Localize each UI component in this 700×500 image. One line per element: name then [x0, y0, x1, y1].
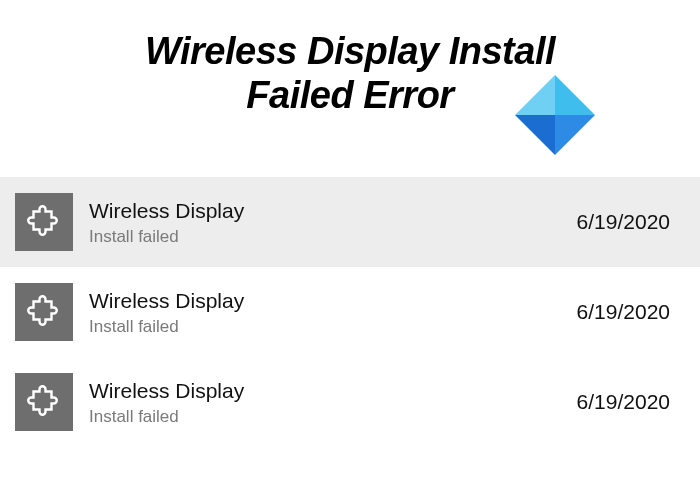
list-item[interactable]: Wireless Display Install failed 6/19/202… [0, 177, 700, 267]
windows-club-logo-icon [515, 75, 595, 155]
list-item[interactable]: Wireless Display Install failed 6/19/202… [0, 357, 700, 447]
extension-icon [15, 193, 73, 251]
title-line-2: Failed Error [145, 74, 555, 118]
feature-date: 6/19/2020 [577, 390, 670, 414]
extension-icon [15, 373, 73, 431]
feature-title: Wireless Display [89, 378, 561, 404]
article-header: Wireless Display Install Failed Error [0, 0, 700, 137]
svg-marker-3 [555, 115, 595, 155]
list-item[interactable]: Wireless Display Install failed 6/19/202… [0, 267, 700, 357]
title-line-1: Wireless Display Install [145, 30, 555, 72]
list-item-text: Wireless Display Install failed [89, 378, 561, 428]
feature-date: 6/19/2020 [577, 210, 670, 234]
list-item-text: Wireless Display Install failed [89, 198, 561, 248]
extension-icon [15, 283, 73, 341]
list-item-text: Wireless Display Install failed [89, 288, 561, 338]
svg-marker-1 [515, 75, 555, 115]
svg-marker-2 [515, 115, 555, 155]
feature-status: Install failed [89, 316, 561, 337]
feature-date: 6/19/2020 [577, 300, 670, 324]
feature-status: Install failed [89, 226, 561, 247]
optional-features-list: Wireless Display Install failed 6/19/202… [0, 177, 700, 447]
page-title: Wireless Display Install Failed Error [145, 30, 555, 117]
feature-status: Install failed [89, 406, 561, 427]
feature-title: Wireless Display [89, 198, 561, 224]
feature-title: Wireless Display [89, 288, 561, 314]
svg-marker-0 [555, 75, 595, 115]
